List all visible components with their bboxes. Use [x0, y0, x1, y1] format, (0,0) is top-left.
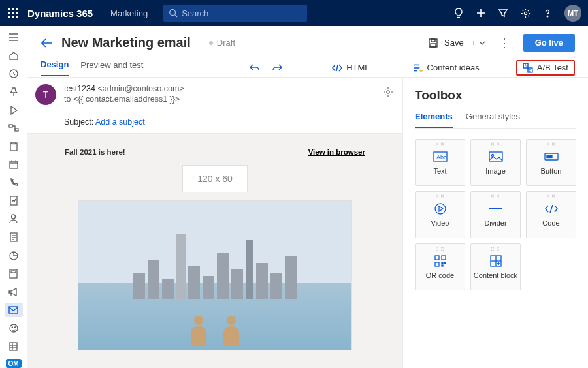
rail-form-icon[interactable] — [5, 230, 23, 245]
back-icon[interactable] — [41, 38, 52, 48]
rail-om-badge[interactable]: OM — [6, 359, 22, 368]
redo-icon[interactable] — [272, 63, 282, 72]
svg-point-50 — [491, 155, 493, 157]
editor-tabs: Design Preview and test HTML Content ide… — [27, 53, 588, 78]
rail-smile-icon[interactable] — [5, 321, 23, 335]
from-name: test1234 — [64, 84, 95, 93]
svg-text:Abc: Abc — [436, 154, 447, 161]
email-envelope: T test1234 <admin@contoso.com> to <{{ co… — [27, 78, 402, 112]
tile-text[interactable]: ⠿⠿ Abc Text — [415, 139, 465, 186]
svg-rect-52 — [547, 156, 552, 158]
rail-chart-icon[interactable] — [5, 249, 23, 263]
tile-code[interactable]: ⠿⠿ Code — [526, 191, 576, 238]
svg-point-31 — [14, 327, 15, 328]
gear-icon[interactable] — [520, 8, 531, 18]
tile-qr[interactable]: ⠿⠿ QR code — [415, 243, 465, 290]
svg-line-1 — [175, 15, 178, 18]
tile-block-label: Content block — [474, 271, 517, 279]
subject-label: Subject: — [64, 117, 93, 127]
svg-rect-55 — [435, 256, 439, 260]
rail-megaphone-icon[interactable] — [5, 284, 23, 299]
html-button[interactable]: HTML — [332, 63, 369, 73]
ab-test-button[interactable]: AB A/B Test — [516, 60, 575, 76]
help-icon[interactable] — [542, 8, 553, 18]
svg-rect-11 — [9, 125, 12, 127]
go-live-button[interactable]: Go live — [523, 34, 575, 52]
ab-test-icon: AB — [523, 63, 533, 73]
search-input[interactable]: Search — [163, 5, 307, 22]
rail-home-icon[interactable] — [5, 48, 23, 63]
tab-preview[interactable]: Preview and test — [80, 60, 143, 76]
topbar: Dynamics 365 Marketing Search MT — [0, 0, 588, 26]
tile-qr-label: QR code — [426, 271, 454, 279]
toolbox-tab-styles[interactable]: General styles — [466, 112, 520, 128]
app-name[interactable]: Marketing — [101, 8, 148, 18]
rail-calendar-icon[interactable] — [5, 157, 23, 172]
lightbulb-icon[interactable] — [453, 8, 464, 18]
svg-rect-56 — [442, 256, 446, 260]
svg-text:A: A — [525, 64, 527, 67]
save-button[interactable]: Save — [429, 38, 485, 48]
logo-placeholder[interactable]: 120 x 60 — [182, 165, 248, 192]
rail-recent-icon[interactable] — [5, 67, 23, 81]
subject-link[interactable]: Add a subject — [95, 117, 145, 127]
rail-template-icon[interactable] — [5, 267, 23, 281]
page-header: New Marketing email Draft Save ⋮ Go live — [27, 26, 588, 53]
svg-rect-57 — [435, 262, 439, 266]
plus-icon[interactable] — [476, 8, 486, 18]
brand: Dynamics 365 — [27, 8, 93, 19]
svg-rect-27 — [11, 271, 16, 273]
tile-divider[interactable]: ⠿⠿ Divider — [470, 191, 521, 238]
email-body[interactable]: Fall 2021 is here! View in browser 120 x… — [65, 148, 365, 368]
preheader-text: Fall 2021 is here! — [65, 148, 125, 156]
envelope-settings-icon[interactable] — [383, 87, 393, 97]
rail-pin-icon[interactable] — [5, 85, 23, 99]
rail-clipboard-icon[interactable] — [5, 139, 23, 153]
rail-phone-icon[interactable] — [5, 176, 23, 190]
tile-divider-label: Divider — [484, 219, 506, 227]
svg-text:B: B — [529, 69, 531, 72]
code-tile-icon — [544, 202, 559, 215]
rail-menu-icon[interactable] — [5, 30, 23, 44]
toolbox-tab-elements[interactable]: Elements — [415, 112, 453, 128]
user-avatar[interactable]: MT — [564, 5, 581, 22]
save-icon — [429, 38, 438, 48]
subject-row: Subject: Add a subject — [27, 112, 402, 134]
tile-code-label: Code — [542, 219, 559, 227]
tile-image-label: Image — [485, 167, 506, 175]
content-ideas-label: Content ideas — [427, 63, 480, 72]
tab-design[interactable]: Design — [41, 59, 69, 76]
view-in-browser-link[interactable]: View in browser — [308, 148, 365, 156]
svg-point-6 — [547, 16, 548, 17]
rail-person-icon[interactable] — [5, 212, 23, 226]
svg-rect-37 — [431, 39, 435, 42]
svg-rect-32 — [10, 343, 17, 350]
tile-image[interactable]: ⠿⠿ Image — [470, 139, 521, 186]
content-ideas-button[interactable]: Content ideas — [413, 63, 480, 73]
svg-rect-38 — [431, 44, 436, 47]
app-launcher-icon[interactable] — [8, 8, 18, 18]
svg-point-46 — [387, 91, 389, 93]
filter-icon[interactable] — [498, 8, 508, 18]
svg-rect-28 — [9, 307, 18, 313]
rail-report-icon[interactable] — [5, 194, 23, 208]
tile-button[interactable]: ⠿⠿ Button — [526, 139, 576, 186]
svg-rect-49 — [489, 152, 502, 161]
rail-play-icon[interactable] — [5, 103, 23, 117]
tile-content-block[interactable]: ⠿⠿ Content block — [470, 243, 521, 290]
tile-video[interactable]: ⠿⠿ Video — [415, 191, 465, 238]
rail-mail-icon[interactable] — [5, 303, 23, 317]
svg-point-29 — [10, 324, 18, 332]
email-canvas-area: T test1234 <admin@contoso.com> to <{{ co… — [27, 78, 402, 368]
undo-icon[interactable] — [250, 63, 260, 72]
text-icon: Abc — [433, 150, 448, 163]
image-icon — [489, 150, 503, 163]
code-icon — [332, 63, 342, 73]
ab-test-label: A/B Test — [537, 63, 568, 72]
divider-icon — [489, 202, 503, 215]
overflow-menu-icon[interactable]: ⋮ — [495, 36, 514, 50]
rail-sheet-icon[interactable] — [5, 339, 23, 354]
rail-workflow-icon[interactable] — [5, 121, 23, 135]
save-chevron-icon[interactable] — [473, 41, 485, 45]
hero-image[interactable] — [78, 200, 352, 350]
